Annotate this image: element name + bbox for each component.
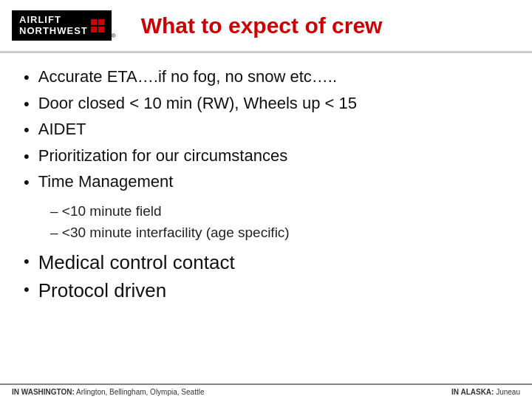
logo-northwest-text: NORTHWEST: [19, 26, 88, 36]
sub-bullet-list: – <10 minute field – <30 minute interfac…: [50, 202, 508, 245]
logo-airlift-text: AIRLIFT: [19, 15, 88, 25]
bullet-dot-5: •: [24, 172, 30, 194]
lower-bullet-dot-1: •: [24, 251, 30, 273]
sub-bullet-item-1: – <10 minute field: [50, 202, 508, 221]
header: AIRLIFT NORTHWEST ® What to expect of cr…: [0, 0, 532, 53]
footer: IN WASHINGTON: Arlington, Bellingham, Ol…: [0, 383, 532, 399]
logo-dot-2: [98, 19, 104, 25]
footer-right: IN ALASKA: Juneau: [451, 388, 520, 396]
sub-bullet-text-2: – <30 minute interfacility (age specific…: [50, 225, 290, 240]
logo-area: AIRLIFT NORTHWEST ®: [12, 10, 116, 41]
lower-bullet-text-2: Protocol driven: [38, 279, 166, 304]
lower-bullet-item-2: • Protocol driven: [24, 279, 508, 304]
logo-dot-1: [91, 19, 97, 25]
bullet-item-3: • AIDET: [24, 119, 508, 141]
footer-right-label: IN ALASKA:: [451, 388, 494, 396]
logo-registered: ®: [112, 33, 116, 39]
bullet-text-4: Prioritization for our circumstances: [38, 146, 287, 167]
sub-bullet-text-1: – <10 minute field: [50, 203, 162, 219]
footer-left-cities: Arlington, Bellingham, Olympia, Seattle: [76, 388, 204, 396]
logo-dots: [91, 19, 104, 33]
bullet-text-2: Door closed < 10 min (RW), Wheels up < 1…: [38, 93, 357, 115]
bullet-text-5: Time Management: [38, 171, 174, 193]
logo-dot-4: [98, 27, 104, 33]
slide-title: What to expect of crew: [134, 13, 520, 38]
footer-right-city: Juneau: [496, 388, 520, 396]
bullet-item-2: • Door closed < 10 min (RW), Wheels up <…: [24, 93, 508, 115]
bullet-item-4: • Prioritization for our circumstances: [24, 146, 508, 168]
lower-bullet-list: • Medical control contact • Protocol dri…: [24, 250, 508, 307]
footer-left-label: IN WASHINGTON:: [12, 388, 75, 396]
bullet-text-1: Accurate ETA….if no fog, no snow etc…..: [38, 66, 337, 88]
bullet-dot-3: •: [24, 120, 30, 141]
footer-left: IN WASHINGTON: Arlington, Bellingham, Ol…: [12, 388, 204, 396]
slide-content: • Accurate ETA….if no fog, no snow etc….…: [0, 53, 532, 383]
bullet-item-1: • Accurate ETA….if no fog, no snow etc….…: [24, 66, 508, 89]
lower-bullet-item-1: • Medical control contact: [24, 250, 508, 276]
bullet-dot-1: •: [24, 67, 30, 89]
lower-bullet-dot-2: •: [24, 279, 30, 301]
bullet-dot-4: •: [24, 146, 30, 168]
sub-bullet-item-2: – <30 minute interfacility (age specific…: [50, 224, 508, 242]
logo-box: AIRLIFT NORTHWEST: [12, 10, 112, 41]
slide: AIRLIFT NORTHWEST ® What to expect of cr…: [0, 0, 532, 399]
bullet-dot-2: •: [24, 94, 30, 115]
lower-bullet-text-1: Medical control contact: [38, 250, 235, 276]
bullet-item-5: • Time Management: [24, 171, 508, 194]
main-bullet-list: • Accurate ETA….if no fog, no snow etc….…: [24, 66, 508, 198]
bullet-text-3: AIDET: [38, 119, 86, 140]
logo-dot-3: [91, 27, 97, 33]
